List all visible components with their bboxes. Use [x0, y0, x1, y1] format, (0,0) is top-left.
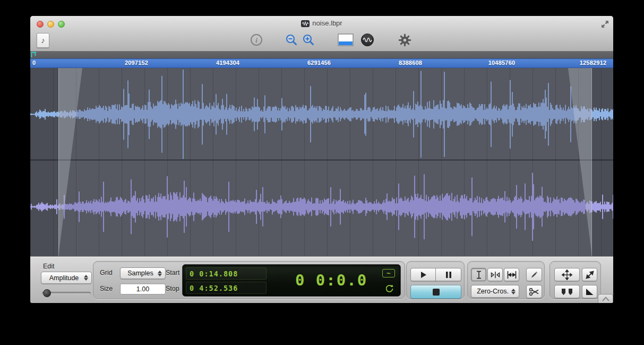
- pencil-tool-button[interactable]: [526, 268, 542, 281]
- nav-fade-group: [549, 261, 601, 299]
- control-bar: Edit Amplitude Grid Samples Size Start S…: [30, 256, 613, 303]
- window-title-area: noise.lbpr: [30, 19, 613, 29]
- ruler-tick-label: 0: [32, 60, 36, 66]
- pencil-icon: [529, 270, 539, 280]
- ruler-tick-label: 6291456: [307, 60, 331, 66]
- loop-icon[interactable]: [383, 283, 396, 293]
- move-all-button[interactable]: [554, 268, 580, 281]
- ruler-tick-label: 8388608: [399, 60, 422, 66]
- svg-text:i: i: [255, 36, 257, 44]
- marker-strip[interactable]: [30, 52, 613, 58]
- scissors-icon: [529, 288, 539, 296]
- range-tool-button[interactable]: [504, 268, 519, 281]
- four-way-arrow-icon: [562, 270, 572, 280]
- arrows-apart-icon: [490, 271, 501, 279]
- pause-button[interactable]: [435, 268, 461, 281]
- waveform-channel-right: [30, 173, 613, 241]
- stop-icon: [432, 288, 440, 296]
- edit-mode-value: Amplitude: [45, 274, 83, 282]
- snap-mode-popup[interactable]: Zero-Cros.: [471, 285, 519, 298]
- edit-mode-popup[interactable]: Amplitude: [41, 272, 92, 284]
- titlebar-toolbar: noise.lbpr ♪ i: [30, 16, 613, 52]
- fade-ramp-button[interactable]: [582, 285, 597, 298]
- lcd-display: 0 0:14.808 0 4:52.536 0 0:0.0 ~: [182, 264, 401, 297]
- lcd-stop-time[interactable]: 0 4:52.536: [186, 282, 267, 294]
- pause-icon: [445, 271, 452, 279]
- grid-lcd-group: Grid Samples Size Start Stop 0 0:14.808 …: [93, 261, 405, 299]
- grid-label: Grid: [100, 269, 113, 276]
- collapse-panel-button[interactable]: [598, 294, 613, 303]
- ruler-tick-label: 2097152: [125, 60, 148, 66]
- audio-file-icon[interactable]: ♪: [37, 33, 49, 48]
- info-icon[interactable]: i: [247, 31, 265, 49]
- sample-ruler[interactable]: 0209715241943046291456838860810485760125…: [30, 58, 613, 68]
- up-down-arrows-icon: [157, 270, 162, 277]
- zoom-in-icon[interactable]: [299, 31, 317, 49]
- lcd-start-time[interactable]: 0 0:14.808: [186, 267, 267, 280]
- up-down-arrows-icon: [511, 288, 516, 295]
- lcd-wave-mode-button[interactable]: ~: [382, 269, 395, 277]
- app-window: noise.lbpr ♪ i 0209715241943046291456838…: [30, 16, 613, 303]
- split-view-icon[interactable]: [337, 31, 355, 49]
- zoom-out-icon[interactable]: [282, 31, 300, 49]
- ibeam-icon: [474, 270, 484, 280]
- selection-start-edge[interactable]: [58, 68, 59, 256]
- anchor-marker-icon[interactable]: [31, 52, 37, 58]
- size-label: Size: [100, 285, 113, 292]
- grid-unit-popup[interactable]: Samples: [120, 267, 166, 279]
- waveform-circle-icon[interactable]: [358, 31, 376, 49]
- up-down-arrows-icon: [83, 274, 88, 281]
- grid-size-input[interactable]: [120, 283, 166, 294]
- window-title: noise.lbpr: [312, 19, 342, 27]
- stop-button[interactable]: [410, 285, 461, 299]
- selection-end-edge[interactable]: [591, 68, 592, 256]
- selection-tool-button[interactable]: [471, 268, 486, 281]
- stop-label: Stop: [166, 285, 179, 292]
- ruler-tick-label: 4194304: [216, 60, 239, 66]
- markers-button[interactable]: [554, 285, 580, 298]
- grid-unit-value: Samples: [124, 270, 157, 277]
- scissors-tool-button[interactable]: [526, 285, 542, 298]
- edit-amount-slider[interactable]: [42, 292, 91, 295]
- diagonal-arrow-icon: [585, 270, 595, 280]
- gear-icon[interactable]: [396, 31, 414, 49]
- fullscreen-icon[interactable]: [601, 20, 609, 30]
- snap-mode-value: Zero-Cros.: [475, 288, 511, 295]
- transport-group: [406, 261, 465, 299]
- ramp-triangle-icon: [585, 288, 595, 296]
- slider-knob[interactable]: [43, 289, 51, 297]
- waveform-svg: [30, 68, 613, 256]
- ruler-tick-label: 12582912: [580, 60, 607, 66]
- play-button[interactable]: [410, 268, 436, 281]
- play-icon: [419, 271, 427, 279]
- edit-tools-group: Zero-Cros.: [467, 261, 545, 299]
- waveform-display[interactable]: [30, 68, 613, 256]
- move-boundaries-tool-button[interactable]: [487, 268, 503, 281]
- chevron-up-icon: [602, 297, 610, 301]
- document-waveform-icon: [301, 20, 310, 29]
- waveform-channel-left: [30, 70, 613, 159]
- range-arrows-icon: [506, 271, 517, 279]
- edit-label: Edit: [43, 263, 55, 270]
- ruler-tick-label: 10485760: [488, 60, 516, 66]
- lcd-position-time: 0 0:0.0: [281, 271, 382, 289]
- start-label: Start: [166, 269, 179, 276]
- resize-diagonal-button[interactable]: [582, 268, 597, 281]
- two-pins-icon: [560, 288, 574, 296]
